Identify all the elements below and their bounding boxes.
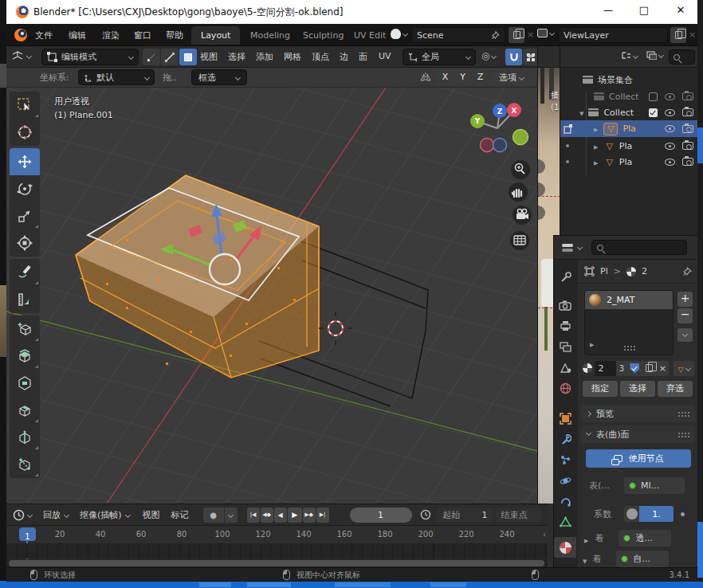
timeline-ruler[interactable]: 20 40 60 80 100 120 140 160 180 200 220 … — [6, 526, 548, 543]
material-name-field[interactable]: 2 — [595, 361, 616, 376]
tab-scene[interactable] — [554, 357, 576, 378]
camera-render-icon[interactable] — [682, 92, 693, 100]
prev-keyframe-button[interactable]: ◀◆ — [261, 508, 273, 523]
maximize-button[interactable]: □ — [628, 4, 660, 16]
tool-select-box[interactable] — [10, 92, 40, 119]
menu-view[interactable]: 视图 — [200, 51, 218, 63]
tool-move[interactable] — [10, 148, 40, 175]
next-keyframe-button[interactable]: ▶◆ — [303, 508, 316, 523]
preview-panel-header[interactable]: 预览 — [581, 405, 695, 422]
outliner-row-object[interactable]: Pla — [560, 138, 697, 154]
outliner-row-scene-collection[interactable]: 场景集合 — [560, 72, 697, 88]
shader-row1-dropdown[interactable]: 透... — [619, 530, 671, 547]
mirror-y-button[interactable]: Y — [454, 69, 471, 85]
material-unlink-button[interactable]: × — [657, 361, 669, 376]
menu-help[interactable]: 帮助 — [166, 29, 183, 41]
tab-object-data[interactable] — [554, 512, 576, 532]
tool-cursor[interactable] — [10, 119, 40, 146]
select-button[interactable]: 选择 — [620, 381, 655, 397]
tab-world[interactable] — [554, 378, 576, 398]
tab-constraints[interactable] — [554, 491, 576, 512]
tool-bevel[interactable] — [10, 397, 40, 424]
camera-render-icon[interactable] — [682, 108, 693, 116]
material-slot-active[interactable]: 2_MAT — [585, 291, 673, 309]
scene-unlink-icon[interactable]: × — [527, 29, 534, 40]
eye-icon[interactable] — [665, 159, 675, 166]
auto-key-options[interactable] — [225, 508, 238, 523]
eye-icon[interactable] — [665, 143, 675, 150]
tool-inset-faces[interactable] — [10, 370, 40, 397]
tool-measure[interactable] — [10, 286, 40, 313]
menu-edge[interactable]: 边 — [340, 51, 348, 63]
tab-render[interactable] — [554, 295, 576, 316]
camera-render-icon[interactable] — [682, 142, 693, 150]
panel-drag-handle[interactable] — [677, 432, 689, 437]
material-breadcrumb-icon[interactable] — [626, 267, 636, 276]
animate-dot[interactable] — [681, 512, 685, 516]
tool-loop-cut[interactable] — [10, 424, 40, 451]
workspace-tab-uv-edit[interactable]: UV Edit — [344, 26, 395, 45]
current-frame-field[interactable]: 1 — [350, 508, 412, 523]
orientation-dropdown[interactable]: 全局 — [403, 49, 476, 65]
clock-icon[interactable] — [420, 509, 431, 520]
outliner-row-object-active[interactable]: Pla — [560, 120, 697, 137]
view-layer-type-icon[interactable] — [537, 29, 554, 37]
tool-scale[interactable] — [10, 202, 40, 229]
frame-end-field[interactable]: 结束点 — [496, 508, 542, 523]
region-collapse-arrow[interactable]: ‹ — [543, 530, 546, 539]
tool-rotate[interactable] — [10, 175, 40, 202]
window-titlebar[interactable]: Blender* [C:\Users\CXJ\Desktop\gong\baoy… — [6, 0, 697, 24]
current-frame-marker[interactable]: 1 — [19, 527, 36, 541]
assign-button[interactable]: 指定 — [583, 381, 618, 397]
mode-dropdown[interactable]: 编辑模式 — [41, 49, 139, 65]
auto-key-button[interactable] — [203, 508, 224, 523]
playback-menu[interactable]: 回放 — [43, 509, 69, 521]
surface-shader-dropdown[interactable]: MI... — [624, 477, 685, 494]
eye-icon[interactable] — [665, 93, 675, 100]
blender-logo-icon-small[interactable] — [14, 29, 27, 41]
collection-checkbox[interactable] — [649, 92, 658, 101]
pivot-point-button[interactable]: ◎ — [481, 51, 496, 61]
expand-icon[interactable] — [594, 157, 598, 167]
snap-toggle-button[interactable] — [505, 49, 522, 65]
tab-tool[interactable] — [554, 266, 576, 287]
scene-copy-button[interactable] — [509, 27, 524, 43]
use-nodes-button[interactable]: 使用节点 — [586, 449, 691, 468]
tab-output[interactable] — [554, 316, 576, 336]
timeline-tick-strip[interactable] — [6, 543, 548, 559]
material-specials-dropdown[interactable] — [674, 361, 694, 376]
slot-list-expand[interactable] — [590, 335, 594, 350]
coord-system-dropdown[interactable]: 默认 — [78, 69, 155, 85]
timeline-view-menu[interactable]: 视图 — [143, 509, 160, 521]
tab-material[interactable] — [554, 537, 576, 558]
pin-icon[interactable] — [682, 267, 692, 276]
tool-transform[interactable] — [10, 229, 40, 257]
panel-drag-handle[interactable] — [677, 411, 689, 417]
viewport-canvas[interactable]: Y Z X — [6, 88, 537, 504]
deselect-button[interactable]: 弃选 — [658, 381, 693, 397]
scrollbar-thumb[interactable] — [9, 560, 544, 566]
eye-icon[interactable] — [665, 125, 675, 132]
shader-row2-dropdown[interactable]: 自... — [616, 551, 669, 567]
select-mode-edge-button[interactable] — [161, 49, 179, 65]
mirror-x-button[interactable]: X — [437, 69, 454, 85]
tab-physics[interactable] — [554, 470, 576, 491]
material-copy-button[interactable] — [642, 361, 656, 376]
add-slot-button[interactable]: + — [677, 292, 693, 307]
breadcrumb-material[interactable]: 2 — [642, 266, 677, 276]
camera-view-button[interactable] — [513, 206, 532, 225]
menu-mesh[interactable]: 网格 — [284, 51, 301, 63]
pin-icon[interactable] — [491, 31, 500, 40]
tool-add-cube[interactable] — [10, 316, 40, 343]
workspace-tab-modeling[interactable]: Modeling — [241, 26, 300, 45]
object-breadcrumb-icon[interactable] — [584, 266, 595, 276]
breadcrumb-object[interactable]: Pl — [600, 266, 608, 276]
menu-uv[interactable]: UV — [379, 51, 391, 61]
menu-add[interactable]: 添加 — [256, 51, 273, 63]
expand-icon[interactable] — [594, 123, 598, 134]
expand-icon[interactable] — [594, 141, 598, 151]
tab-object[interactable] — [554, 408, 576, 429]
remove-slot-button[interactable]: − — [677, 308, 693, 323]
camera-render-icon[interactable] — [682, 158, 693, 166]
fake-user-button[interactable] — [627, 361, 642, 376]
